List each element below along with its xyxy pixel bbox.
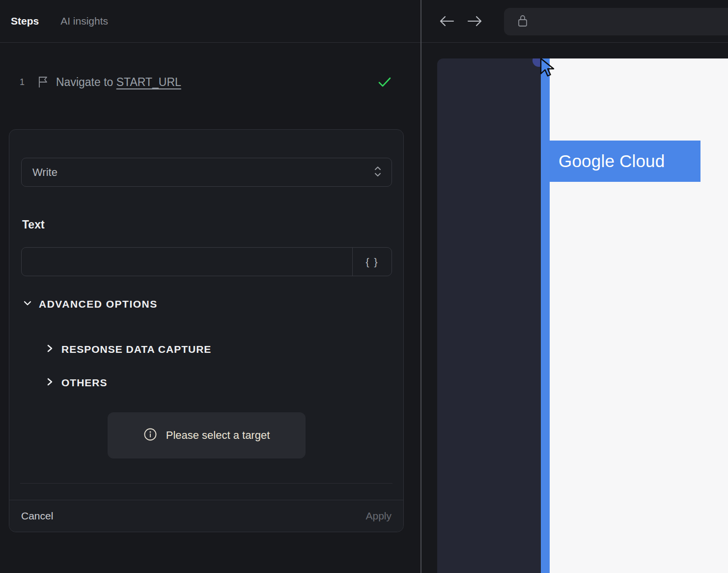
chevron-updown-icon (373, 165, 383, 180)
chevron-down-icon (22, 298, 33, 311)
insert-variable-button[interactable]: { } (352, 248, 392, 276)
text-field-label: Text (22, 218, 45, 231)
start-url-link[interactable]: START_URL (116, 76, 181, 88)
back-arrow-icon[interactable] (437, 11, 457, 31)
select-target-notice: Please select a target (108, 412, 306, 458)
cursor-icon (539, 58, 560, 81)
browser-toolbar (421, 0, 728, 43)
page-sidebar (437, 58, 541, 573)
text-input-group: { } (21, 247, 392, 276)
forward-arrow-icon[interactable] (465, 11, 484, 31)
google-cloud-logo[interactable]: Google Cloud (549, 141, 700, 182)
section-label: RESPONSE DATA CAPTURE (61, 344, 211, 355)
section-label: OTHERS (61, 377, 108, 389)
google-cloud-logo-text: Google Cloud (559, 151, 665, 171)
step-editor-card: Write Text { } ADVA (9, 129, 404, 532)
check-icon (377, 76, 392, 88)
tab-bar: Steps AI insights (0, 0, 420, 43)
advanced-options-label: ADVANCED OPTIONS (39, 298, 158, 310)
section-others[interactable]: OTHERS (45, 376, 108, 389)
flag-icon (37, 76, 49, 88)
page-viewport: Google Cloud (421, 58, 728, 573)
step-title: Navigate to START_URL (56, 76, 377, 89)
info-icon (143, 428, 157, 443)
notice-text: Please select a target (166, 429, 270, 442)
section-response-data-capture[interactable]: RESPONSE DATA CAPTURE (45, 343, 211, 356)
step-index: 1 (20, 77, 34, 87)
steps-panel: Steps AI insights 1 Navigate to START_UR… (0, 0, 420, 573)
apply-button[interactable]: Apply (365, 510, 392, 522)
advanced-options-toggle[interactable]: ADVANCED OPTIONS (22, 298, 158, 311)
tab-ai-insights[interactable]: AI insights (60, 15, 108, 27)
app-window: Steps AI insights 1 Navigate to START_UR… (0, 0, 728, 573)
cancel-button[interactable]: Cancel (21, 510, 53, 522)
page-accent-strip (541, 58, 550, 573)
divider (20, 483, 392, 484)
step-row[interactable]: 1 Navigate to START_URL (0, 69, 420, 95)
text-input[interactable] (22, 248, 352, 276)
tab-steps[interactable]: Steps (11, 15, 39, 27)
chevron-right-icon (45, 343, 55, 356)
editor-footer: Cancel Apply (9, 500, 403, 532)
address-bar[interactable] (504, 8, 728, 35)
browser-panel: Google Cloud (421, 0, 728, 573)
lock-icon (517, 13, 529, 30)
page-body (550, 58, 728, 573)
chevron-right-icon (45, 376, 55, 389)
action-select-value: Write (32, 166, 373, 179)
action-select[interactable]: Write (21, 158, 392, 187)
